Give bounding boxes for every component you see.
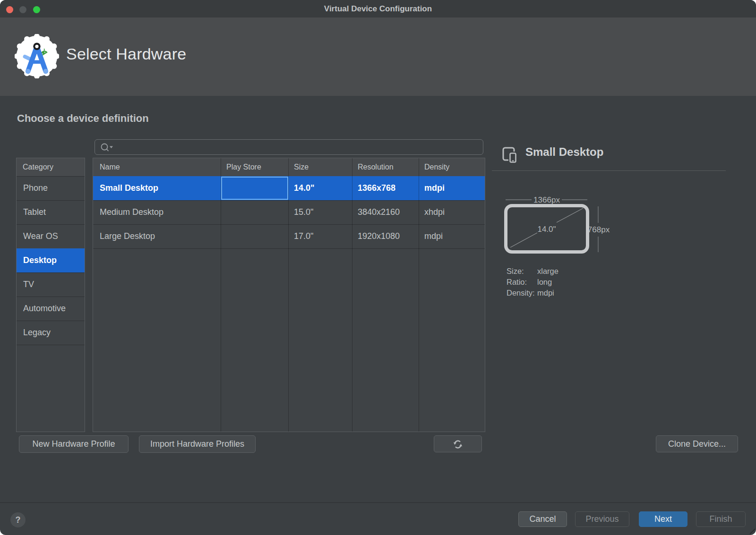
search-icon <box>100 143 115 153</box>
info-label-ratio: Ratio: <box>507 277 537 288</box>
svg-text:1366px: 1366px <box>533 195 560 204</box>
wizard-header: Select Hardware <box>0 17 756 96</box>
cell-density: xhdpi <box>419 200 485 224</box>
cell-name: Medium Desktop <box>93 200 221 224</box>
virtual-device-configuration-window: Virtual Device Configuration <box>0 0 756 535</box>
cell-size: 15.0" <box>288 200 352 224</box>
device-diagram: 1366px 768px 14.0" <box>491 194 617 260</box>
column-header-size[interactable]: Size <box>288 158 352 176</box>
cell-resolution: 1920x1080 <box>352 224 419 248</box>
category-item-tablet[interactable]: Tablet <box>17 200 85 224</box>
import-hardware-profiles-button[interactable]: Import Hardware Profiles <box>139 435 256 453</box>
devices-icon <box>502 147 518 164</box>
info-label-density: Density: <box>507 288 537 298</box>
previous-button[interactable]: Previous <box>575 511 629 527</box>
svg-text:768px: 768px <box>588 225 610 234</box>
info-label-size: Size: <box>507 266 537 277</box>
search-input[interactable] <box>94 139 483 155</box>
table-row-small-desktop[interactable]: Small Desktop 14.0" 1366x768 mdpi <box>93 176 485 200</box>
category-item-phone[interactable]: Phone <box>17 176 85 200</box>
device-definition-table: Name Play Store Size Resolution Density … <box>93 158 485 432</box>
svg-text:14.0": 14.0" <box>537 225 556 234</box>
help-button[interactable]: ? <box>10 512 26 527</box>
detail-title: Small Desktop <box>525 145 603 159</box>
info-value-density: mdpi <box>537 288 554 298</box>
category-header: Category <box>17 158 85 176</box>
table-row-large-desktop[interactable]: Large Desktop 17.0" 1920x1080 mdpi <box>93 224 485 248</box>
cell-density: mdpi <box>419 176 485 200</box>
category-item-desktop[interactable]: Desktop <box>17 248 85 272</box>
device-info: Size:xlarge Ratio:long Density:mdpi <box>507 266 558 298</box>
table-row-medium-desktop[interactable]: Medium Desktop 15.0" 3840x2160 xhdpi <box>93 200 485 224</box>
info-value-ratio: long <box>537 277 552 288</box>
next-button[interactable]: Next <box>639 511 687 527</box>
cancel-button[interactable]: Cancel <box>518 511 567 527</box>
category-item-legacy[interactable]: Legacy <box>17 321 85 345</box>
resize-grip[interactable] <box>748 527 755 534</box>
android-studio-logo-icon <box>15 34 59 78</box>
column-header-resolution[interactable]: Resolution <box>352 158 419 176</box>
column-header-name[interactable]: Name <box>93 158 221 176</box>
cell-density: mdpi <box>419 224 485 248</box>
category-item-tv[interactable]: TV <box>17 272 85 297</box>
footer-divider <box>0 502 756 503</box>
focused-cell-outline <box>221 177 288 200</box>
category-table: Category Phone Tablet Wear OS Desktop TV… <box>16 158 85 432</box>
cell-size: 14.0" <box>288 176 352 200</box>
section-heading: Choose a device definition <box>17 112 149 125</box>
refresh-icon <box>453 439 463 450</box>
refresh-button[interactable] <box>434 435 482 452</box>
clone-device-button[interactable]: Clone Device... <box>656 435 738 452</box>
column-header-density[interactable]: Density <box>419 158 485 176</box>
window-title: Virtual Device Configuration <box>0 0 756 17</box>
category-item-automotive[interactable]: Automotive <box>17 297 85 321</box>
cell-resolution: 1366x768 <box>352 176 419 200</box>
detail-divider <box>492 170 726 171</box>
cell-name: Small Desktop <box>93 176 221 200</box>
cell-resolution: 3840x2160 <box>352 200 419 224</box>
cell-size: 17.0" <box>288 224 352 248</box>
cell-name: Large Desktop <box>93 224 221 248</box>
finish-button[interactable]: Finish <box>696 511 746 527</box>
category-item-wear-os[interactable]: Wear OS <box>17 224 85 248</box>
page-title: Select Hardware <box>66 45 186 63</box>
column-header-play-store[interactable]: Play Store <box>221 158 288 176</box>
new-hardware-profile-button[interactable]: New Hardware Profile <box>19 435 129 453</box>
info-value-size: xlarge <box>537 266 558 277</box>
titlebar: Virtual Device Configuration <box>0 0 756 17</box>
